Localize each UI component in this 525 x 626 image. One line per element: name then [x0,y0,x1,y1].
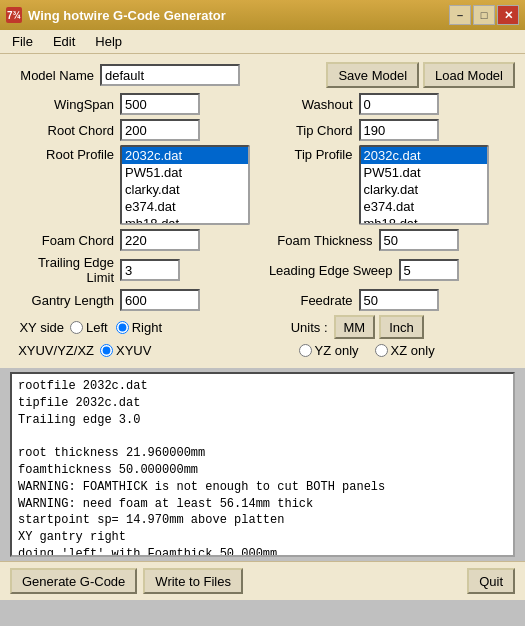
foam-chord-input[interactable] [120,229,200,251]
tip-profile-label: Tip Profile [269,145,359,162]
feedrate-label: Feedrate [269,293,359,308]
yz-only-radio[interactable]: YZ only [299,343,359,358]
root-chord-input[interactable] [120,119,200,141]
output-text: rootfile 2032c.dattipfile 2032c.dat Trai… [18,379,414,557]
washout-label: Washout [269,97,359,112]
gantry-length-label: Gantry Length [10,293,120,308]
units-mm-button[interactable]: MM [334,315,376,339]
units-inch-button[interactable]: Inch [379,315,424,339]
app-icon: 7¾ [6,7,22,23]
output-area[interactable]: rootfile 2032c.dattipfile 2032c.dat Trai… [10,372,515,557]
xz-only-label: XZ only [391,343,435,358]
trailing-edge-label: Trailing Edge Limit [10,255,120,285]
menu-help[interactable]: Help [87,32,130,51]
xy-left-label: Left [86,320,108,335]
xyuv-option: XYUV [116,343,151,358]
xyuv-label: XYUV/YZ/XZ [10,343,100,358]
wingspan-label: WingSpan [10,97,120,112]
washout-input[interactable] [359,93,439,115]
xyuv-radio[interactable]: XYUV [100,343,151,358]
xy-right-radio[interactable]: Right [116,320,162,335]
load-model-button[interactable]: Load Model [423,62,515,88]
trailing-edge-input[interactable] [120,259,180,281]
wingspan-input[interactable] [120,93,200,115]
root-profile-label: Root Profile [10,145,120,162]
maximize-button[interactable]: □ [473,5,495,25]
bottom-bar: Generate G-Code Write to Files Quit [0,561,525,600]
yz-only-label: YZ only [315,343,359,358]
minimize-button[interactable]: – [449,5,471,25]
xy-left-radio[interactable]: Left [70,320,108,335]
root-chord-label: Root Chord [10,123,120,138]
menu-bar: File Edit Help [0,30,525,54]
leading-edge-label: Leading Edge Sweep [269,263,399,278]
foam-thickness-label: Foam Thickness [269,233,379,248]
write-files-button[interactable]: Write to Files [143,568,243,594]
xz-only-radio[interactable]: XZ only [375,343,435,358]
save-model-button[interactable]: Save Model [326,62,419,88]
tip-profile-list[interactable]: 2032c.dat PW51.dat clarky.dat e374.dat m… [359,145,489,225]
xy-side-label: XY side [10,320,70,335]
main-content: Model Name Save Model Load Model WingSpa… [0,54,525,368]
gantry-length-input[interactable] [120,289,200,311]
tip-chord-input[interactable] [359,119,439,141]
foam-chord-label: Foam Chord [10,233,120,248]
model-name-input[interactable] [100,64,240,86]
generate-gcode-button[interactable]: Generate G-Code [10,568,137,594]
units-label: Units : [269,320,334,335]
window-title: Wing hotwire G-Code Generator [28,8,226,23]
leading-edge-input[interactable] [399,259,459,281]
title-bar: 7¾ Wing hotwire G-Code Generator – □ ✕ [0,0,525,30]
foam-thickness-input[interactable] [379,229,459,251]
xy-right-label: Right [132,320,162,335]
close-button[interactable]: ✕ [497,5,519,25]
tip-chord-label: Tip Chord [269,123,359,138]
root-profile-list[interactable]: 2032c.dat PW51.dat clarky.dat e374.dat m… [120,145,250,225]
menu-file[interactable]: File [4,32,41,51]
quit-button[interactable]: Quit [467,568,515,594]
menu-edit[interactable]: Edit [45,32,83,51]
feedrate-input[interactable] [359,289,439,311]
model-name-label: Model Name [10,68,100,83]
